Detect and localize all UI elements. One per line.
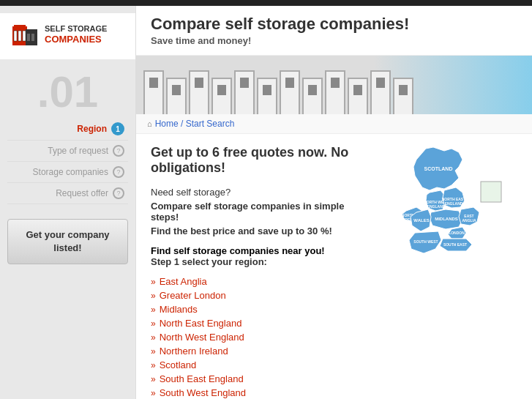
logo-box: SELF STORAGE COMPANIES [11, 20, 124, 48]
nav-step-request[interactable]: Request offer [7, 183, 128, 204]
home-icon: ⌂ [147, 119, 152, 128]
storage-unit-6 [257, 78, 277, 114]
region-link[interactable]: North West England [160, 332, 244, 343]
region-list-item: North East England [151, 316, 375, 330]
storage-unit-11 [370, 70, 391, 114]
storage-unit-10 [348, 78, 368, 114]
storage-unit-2 [166, 78, 187, 114]
sidebar: SELF STORAGE COMPANIES .01 Region 1 Type… [0, 6, 135, 399]
ea-label2: ANGLIA [462, 218, 476, 223]
logo-area: SELF STORAGE COMPANIES [0, 13, 135, 59]
svg-rect-2 [14, 31, 17, 41]
site-header: Compare self storage companies! Save tim… [136, 6, 532, 56]
map-inset-box [481, 182, 501, 202]
storage-unit-4 [211, 78, 232, 114]
region-link[interactable]: Midlands [160, 304, 198, 315]
storage-unit-7 [280, 70, 300, 114]
storage-unit-12 [393, 78, 413, 114]
intro-text: Need self storage? Compare self storage … [151, 187, 375, 236]
page-layout: SELF STORAGE COMPANIES .01 Region 1 Type… [0, 6, 532, 399]
region-list-item: Midlands [151, 302, 375, 316]
nav-step-companies[interactable]: Storage companies [7, 162, 128, 183]
nav-steps: Region 1 Type of request Storage compani… [0, 118, 135, 204]
region-link[interactable]: North East England [160, 318, 242, 329]
find-label: Find self storage companies near you! [151, 245, 375, 256]
step-icon-3 [113, 166, 124, 178]
svg-rect-4 [23, 31, 26, 41]
storage-unit-1 [143, 70, 164, 114]
page-title: Get up to 6 free quotes now. No obligati… [151, 145, 375, 176]
step-badge-1: 1 [111, 122, 124, 135]
region-link[interactable]: South West England [160, 387, 246, 398]
step-label: Step 1 select your region: [151, 256, 375, 267]
home-link[interactable]: Home / Start Search [155, 119, 235, 129]
svg-rect-3 [18, 31, 21, 41]
main-content: Compare self storage companies! Save tim… [135, 6, 532, 399]
get-listed-button[interactable]: Get your company listed! [7, 219, 128, 264]
intro-line-1: Need self storage? [151, 187, 375, 198]
breadcrumb: ⌂ Home / Start Search [136, 114, 532, 134]
logo-icon [11, 20, 39, 48]
logo-companies: COMPANIES [45, 34, 107, 45]
region-list-item: Scotland [151, 358, 375, 372]
midlands-label: MIDLANDS [435, 217, 458, 221]
region-list-item: South East England [151, 372, 375, 386]
region-link[interactable]: South East England [160, 373, 244, 384]
storage-unit-3 [189, 70, 209, 114]
svg-rect-10 [31, 34, 34, 41]
storage-unit-9 [325, 70, 345, 114]
site-title: Compare self storage companies! [151, 15, 517, 34]
nav-step-region[interactable]: Region 1 [7, 118, 128, 141]
nav-step-request-label: Request offer [56, 188, 108, 198]
region-link[interactable]: East Anglia [160, 276, 207, 287]
top-bar [0, 0, 532, 6]
region-link[interactable]: Greater London [160, 290, 226, 301]
nav-step-type-label: Type of request [48, 146, 108, 156]
content-left: Get up to 6 free quotes now. No obligati… [151, 145, 375, 399]
region-list-item: North West England [151, 330, 375, 344]
nw-label2: ENGLAND [427, 204, 446, 209]
uk-map: SCOTLAND NORTHERN IRELAND NORTH WEST ENG… [386, 145, 510, 288]
banner [136, 56, 532, 114]
intro-line-3: Find the best price and save up to 30 %! [151, 225, 375, 236]
nav-step-companies-label: Storage companies [33, 167, 108, 177]
step-icon-4 [113, 187, 124, 199]
content-area: Get up to 6 free quotes now. No obligati… [136, 134, 532, 399]
svg-rect-1 [14, 25, 26, 28]
london-label: LONDON [449, 231, 465, 235]
site-subtitle: Save time and money! [151, 35, 517, 46]
sw-label: SOUTH WEST [413, 239, 438, 244]
storage-unit-5 [234, 70, 255, 114]
storage-unit-8 [302, 78, 323, 114]
se-label: SOUTH EAST [443, 242, 467, 247]
step-number: .01 [0, 63, 135, 118]
logo-text: SELF STORAGE COMPANIES [45, 24, 107, 45]
step-icon-2 [113, 145, 124, 157]
banner-storage-units [136, 70, 421, 114]
region-list-item: Northern Ireland [151, 344, 375, 358]
intro-line-2: Compare self storage companies in simple… [151, 201, 375, 223]
nav-step-type[interactable]: Type of request [7, 141, 128, 162]
wales-label: WALES [413, 218, 429, 223]
nav-step-region-label: Region [77, 124, 107, 134]
region-link[interactable]: Northern Ireland [160, 346, 228, 357]
region-link[interactable]: Scotland [160, 359, 197, 370]
ne-label2: ENGLAND [445, 201, 463, 206]
region-list-item: East Anglia [151, 275, 375, 288]
region-list-item: Greater London [151, 288, 375, 302]
region-list-item: South West England [151, 386, 375, 399]
region-list: East AngliaGreater LondonMidlandsNorth E… [151, 275, 375, 399]
svg-rect-9 [27, 34, 30, 41]
logo-self-storage: SELF STORAGE [45, 24, 107, 34]
scotland-label: SCOTLAND [424, 166, 453, 171]
map-container: SCOTLAND NORTHERN IRELAND NORTH WEST ENG… [386, 145, 517, 399]
